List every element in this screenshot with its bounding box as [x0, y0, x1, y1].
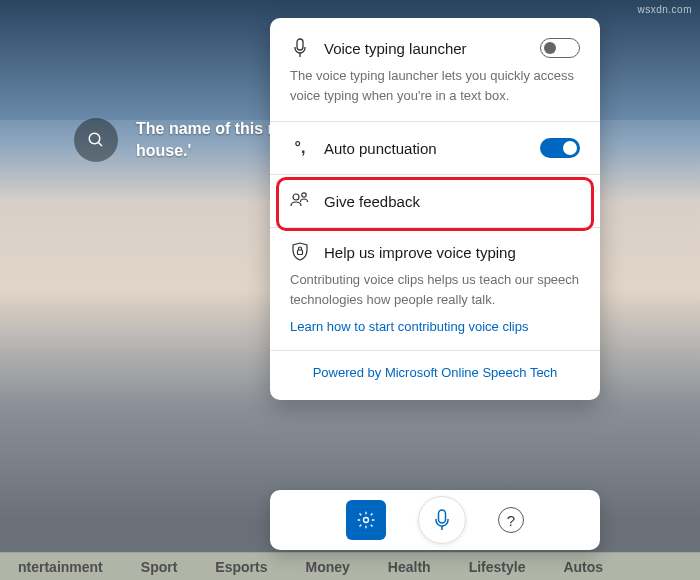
svg-rect-6: [298, 250, 303, 255]
settings-button[interactable]: [346, 500, 386, 540]
svg-line-1: [98, 142, 102, 146]
feedback-title: Give feedback: [324, 193, 580, 210]
svg-rect-8: [439, 510, 446, 523]
news-tab[interactable]: Lifestyle: [469, 559, 526, 575]
give-feedback-section[interactable]: Give feedback: [270, 175, 600, 227]
search-icon[interactable]: [74, 118, 118, 162]
voice-typing-launcher-section: Voice typing launcher The voice typing l…: [270, 24, 600, 121]
news-category-bar: ntertainment Sport Esports Money Health …: [0, 552, 700, 580]
news-tab[interactable]: Health: [388, 559, 431, 575]
watermark: wsxdn.com: [637, 4, 692, 15]
news-tab[interactable]: Autos: [563, 559, 603, 575]
improve-section: Help us improve voice typing Contributin…: [270, 228, 600, 350]
shield-lock-icon: [290, 242, 310, 262]
search-prompt: The name of this m house.': [136, 118, 282, 163]
svg-point-7: [364, 518, 369, 523]
svg-point-4: [293, 194, 299, 200]
panel-footer[interactable]: Powered by Microsoft Online Speech Tech: [270, 351, 600, 394]
news-tab[interactable]: ntertainment: [18, 559, 103, 575]
microphone-button[interactable]: [418, 496, 466, 544]
search-widget[interactable]: The name of this m house.': [74, 118, 282, 163]
svg-point-0: [89, 133, 100, 144]
microphone-icon: [290, 38, 310, 58]
improve-title: Help us improve voice typing: [324, 244, 580, 261]
launcher-toggle[interactable]: [540, 38, 580, 58]
launcher-title: Voice typing launcher: [324, 40, 526, 57]
voice-typing-settings-panel: Voice typing launcher The voice typing l…: [270, 18, 600, 400]
help-button[interactable]: ?: [498, 507, 524, 533]
autopunct-toggle[interactable]: [540, 138, 580, 158]
feedback-icon: [290, 191, 310, 211]
contribute-link[interactable]: Learn how to start contributing voice cl…: [290, 319, 580, 334]
news-tab[interactable]: Sport: [141, 559, 178, 575]
news-tab[interactable]: Esports: [215, 559, 267, 575]
auto-punctuation-section: °, Auto punctuation: [270, 122, 600, 174]
news-tab[interactable]: Money: [305, 559, 349, 575]
launcher-description: The voice typing launcher lets you quick…: [290, 66, 580, 105]
autopunct-title: Auto punctuation: [324, 140, 526, 157]
improve-description: Contributing voice clips helps us teach …: [290, 270, 580, 309]
punctuation-icon: °,: [290, 138, 310, 158]
svg-rect-2: [297, 39, 303, 50]
voice-typing-toolbar: ?: [270, 490, 600, 550]
svg-point-5: [302, 193, 306, 197]
